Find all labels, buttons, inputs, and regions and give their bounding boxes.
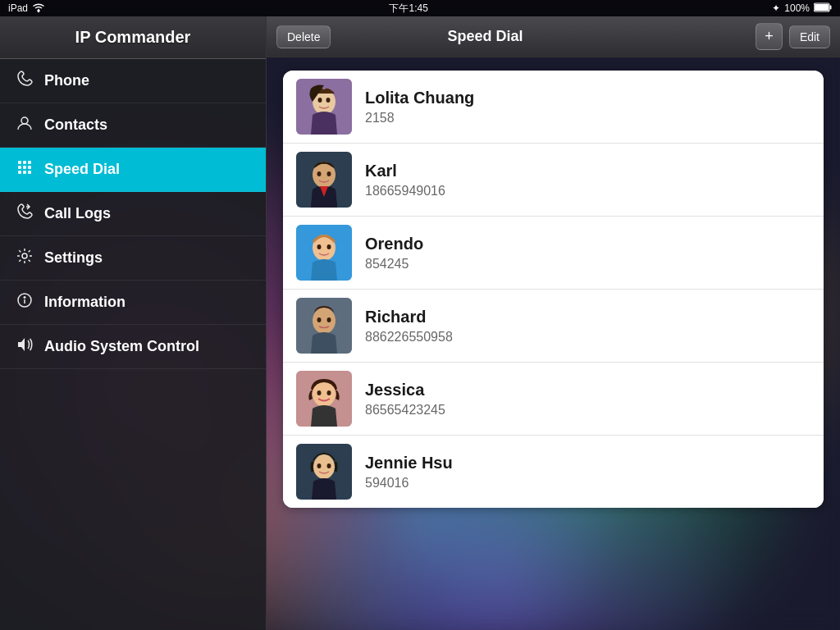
contact-name: Jessica [365, 381, 810, 399]
phone-icon [15, 71, 34, 91]
sidebar-item-contacts[interactable]: Contacts [0, 103, 266, 148]
sidebar-item-label-contacts: Contacts [44, 116, 107, 134]
status-left: iPad [8, 2, 45, 15]
sidebar-item-label-settings: Settings [44, 249, 103, 267]
svg-point-28 [317, 244, 322, 249]
svg-point-33 [327, 317, 331, 322]
svg-point-36 [317, 390, 322, 395]
contact-name: Richard [365, 308, 810, 326]
svg-rect-6 [23, 161, 26, 164]
contact-item[interactable]: Lolita Chuang2158 [283, 71, 824, 144]
information-icon [15, 292, 34, 313]
contact-number: 594016 [365, 476, 810, 491]
contact-info: Karl18665949016 [365, 162, 810, 199]
add-button[interactable]: + [756, 23, 783, 50]
toolbar-title: Speed Dial [447, 28, 523, 45]
contact-number: 886226550958 [365, 330, 810, 345]
sidebar-item-settings[interactable]: Settings [0, 236, 266, 281]
status-bar: iPad 下午1:45 ✦ 100% [0, 0, 840, 16]
contact-number: 2158 [365, 111, 810, 126]
device-label: iPad [8, 2, 28, 14]
contact-number: 86565423245 [365, 403, 810, 418]
svg-point-21 [326, 98, 331, 103]
sidebar-item-label-speed-dial: Speed Dial [44, 161, 120, 178]
contacts-icon [15, 115, 34, 135]
sidebar-title-bar: IP Commander [0, 16, 266, 59]
contact-name: Jennie Hsu [365, 454, 810, 472]
sidebar-item-label-phone: Phone [44, 72, 89, 89]
svg-point-37 [327, 390, 331, 395]
speed-dial-icon [15, 159, 34, 180]
svg-point-20 [318, 98, 322, 103]
bluetooth-icon: ✦ [772, 2, 780, 14]
svg-point-41 [327, 463, 331, 468]
sidebar-item-label-information: Information [44, 294, 126, 311]
sidebar-item-audio-system-control[interactable]: Audio System Control [0, 325, 266, 369]
svg-rect-10 [28, 166, 31, 169]
svg-rect-12 [23, 171, 26, 174]
sidebar-item-phone[interactable]: Phone [0, 59, 266, 103]
battery-label: 100% [784, 2, 810, 14]
svg-rect-3 [815, 4, 829, 11]
svg-point-40 [317, 463, 322, 468]
contact-avatar [296, 79, 352, 135]
sidebar-item-label-audio-system-control: Audio System Control [44, 338, 199, 355]
main-layout: IP Commander PhoneContactsSpeed DialCall… [0, 16, 840, 630]
svg-point-39 [313, 454, 335, 479]
speed-dial-list: Lolita Chuang2158 Karl18665949016 Orendo… [283, 71, 824, 508]
sidebar-nav: PhoneContactsSpeed DialCall LogsSettings… [0, 59, 266, 630]
toolbar-left: Delete [276, 25, 331, 48]
status-right: ✦ 100% [772, 2, 832, 15]
contact-item[interactable]: Orendo854245 [283, 217, 824, 290]
contact-number: 18665949016 [365, 184, 810, 199]
svg-rect-8 [18, 166, 21, 169]
svg-point-29 [327, 244, 331, 249]
svg-rect-13 [28, 171, 31, 174]
app-title: IP Commander [75, 28, 191, 46]
svg-rect-9 [23, 166, 26, 169]
svg-rect-7 [28, 161, 31, 164]
contact-avatar [296, 444, 352, 500]
toolbar-right: + Edit [756, 23, 830, 50]
svg-point-14 [22, 253, 27, 258]
sidebar-item-information[interactable]: Information [0, 281, 266, 325]
contact-info: Jennie Hsu594016 [365, 454, 810, 491]
svg-point-4 [21, 117, 28, 124]
contact-avatar [296, 298, 352, 354]
contact-item[interactable]: Jessica86565423245 [283, 363, 824, 436]
svg-point-25 [327, 171, 331, 176]
audio-system-control-icon [15, 336, 34, 357]
sidebar-item-label-call-logs: Call Logs [44, 205, 111, 222]
toolbar: Delete Speed Dial + Edit [267, 16, 840, 57]
contact-name: Karl [365, 162, 810, 180]
contact-item[interactable]: Karl18665949016 [283, 144, 824, 217]
svg-rect-11 [18, 171, 21, 174]
settings-icon [15, 248, 34, 268]
svg-point-17 [24, 297, 25, 299]
contact-name: Orendo [365, 235, 810, 253]
delete-button[interactable]: Delete [276, 25, 331, 48]
contact-item[interactable]: Jennie Hsu594016 [283, 436, 824, 508]
svg-rect-2 [830, 5, 832, 9]
contact-item[interactable]: Richard886226550958 [283, 290, 824, 363]
status-time: 下午1:45 [389, 2, 427, 16]
contact-info: Orendo854245 [365, 235, 810, 272]
sidebar-item-call-logs[interactable]: Call Logs [0, 192, 266, 236]
contact-avatar [296, 371, 352, 427]
edit-button[interactable]: Edit [789, 25, 830, 48]
sidebar-item-speed-dial[interactable]: Speed Dial [0, 148, 266, 192]
contact-avatar [296, 152, 352, 208]
sidebar: IP Commander PhoneContactsSpeed DialCall… [0, 16, 267, 630]
svg-rect-5 [18, 161, 21, 164]
contact-info: Jessica86565423245 [365, 381, 810, 418]
call-logs-icon [15, 203, 34, 224]
svg-point-31 [313, 308, 336, 334]
contact-info: Richard886226550958 [365, 308, 810, 345]
wifi-icon [32, 2, 45, 15]
svg-point-24 [317, 171, 322, 176]
contact-number: 854245 [365, 257, 810, 272]
contact-avatar [296, 225, 352, 281]
contact-info: Lolita Chuang2158 [365, 89, 810, 126]
battery-icon [814, 2, 832, 15]
svg-point-32 [317, 317, 322, 322]
